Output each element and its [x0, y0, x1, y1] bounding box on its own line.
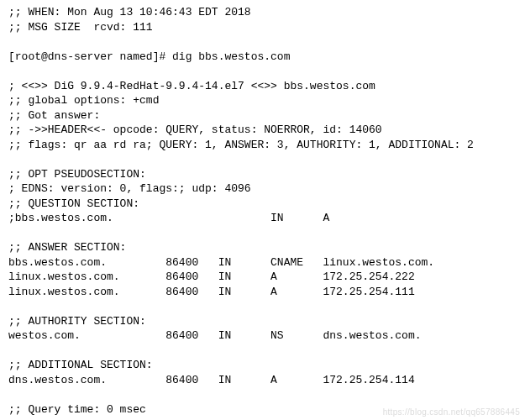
- answer-row: bbs.westos.com. 86400 IN CNAME linux.wes…: [8, 256, 434, 269]
- msg-size-line: ;; MSG SIZE rcvd: 111: [8, 21, 153, 34]
- watermark-text: https://blog.csdn.net/qq657886445: [383, 407, 520, 417]
- authority-title: ;; AUTHORITY SECTION:: [8, 315, 146, 328]
- got-answer: ;; Got answer:: [8, 109, 100, 122]
- answer-row: linux.westos.com. 86400 IN A 172.25.254.…: [8, 286, 415, 298]
- terminal-output: ;; WHEN: Mon Aug 13 10:46:43 EDT 2018 ;;…: [0, 0, 525, 420]
- authority-row: westos.com. 86400 IN NS dns.westos.com.: [8, 329, 421, 342]
- answer-row: linux.westos.com. 86400 IN A 172.25.254.…: [8, 270, 415, 283]
- question-row: ;bbs.westos.com. IN A: [8, 212, 329, 224]
- global-options: ;; global options: +cmd: [8, 94, 159, 107]
- query-time: ;; Query time: 0 msec: [8, 403, 146, 416]
- question-title: ;; QUESTION SECTION:: [8, 197, 139, 210]
- opt-title: ;; OPT PSEUDOSECTION:: [8, 168, 146, 181]
- additional-row: dns.westos.com. 86400 IN A 172.25.254.11…: [8, 374, 415, 386]
- header-line: ;; ->>HEADER<<- opcode: QUERY, status: N…: [8, 123, 382, 136]
- additional-title: ;; ADDITIONAL SECTION:: [8, 359, 153, 371]
- flags-line: ;; flags: qr aa rd ra; QUERY: 1, ANSWER:…: [8, 139, 474, 151]
- answer-title: ;; ANSWER SECTION:: [8, 241, 126, 254]
- when-line: ;; WHEN: Mon Aug 13 10:46:43 EDT 2018: [8, 6, 251, 18]
- dig-banner: ; <<>> DiG 9.9.4-RedHat-9.9.4-14.el7 <<>…: [8, 80, 375, 92]
- edns-line: ; EDNS: version: 0, flags:; udp: 4096: [8, 182, 251, 195]
- shell-prompt: [root@dns-server named]# dig bbs.westos.…: [8, 50, 290, 63]
